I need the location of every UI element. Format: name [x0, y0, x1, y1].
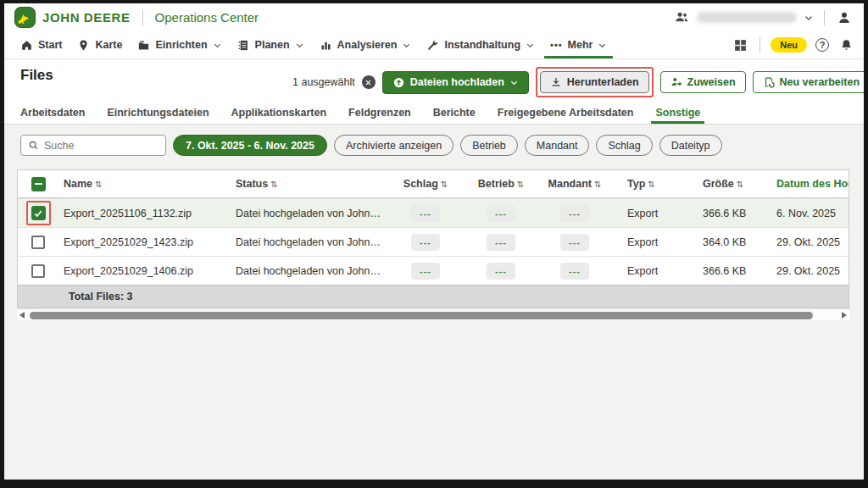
column-header-schlag[interactable]: Schlag⇅: [387, 178, 464, 190]
sort-icon: ⇅: [737, 180, 743, 189]
chevron-down-icon: [402, 41, 411, 50]
assign-button[interactable]: Zuweisen: [660, 71, 746, 93]
header-divider: [824, 10, 825, 25]
row-checkbox[interactable]: [31, 264, 45, 278]
column-header-groesse[interactable]: Größe⇅: [687, 178, 768, 190]
nav-label: Instandhaltung: [444, 39, 520, 51]
column-header-mandant[interactable]: Mandant⇅: [538, 178, 611, 190]
nav-item-mehr[interactable]: ••• Mehr: [542, 31, 615, 58]
nav-label: Einrichten: [155, 39, 207, 51]
nav-label: Planen: [255, 39, 290, 51]
help-icon[interactable]: ?: [815, 38, 829, 52]
nav-label: Analysieren: [337, 39, 398, 51]
user-profile-button[interactable]: [835, 8, 854, 27]
file-name: Export_20251029_1406.zip: [58, 265, 220, 277]
chevron-down-icon[interactable]: [804, 13, 814, 23]
select-all-checkbox[interactable]: [31, 177, 46, 191]
nav-item-start[interactable]: Start: [13, 31, 70, 58]
mandant-value: ---: [560, 234, 589, 251]
table-row[interactable]: Export_20251106_1132.zip Datei hochgelad…: [18, 198, 849, 227]
file-type: Export: [611, 265, 687, 277]
column-header-typ[interactable]: Typ⇅: [611, 178, 687, 190]
more-dots-icon: •••: [550, 40, 563, 50]
tab-freigegebene-arbeitsdaten[interactable]: Freigegebene Arbeitsdaten: [488, 102, 643, 124]
column-header-name[interactable]: Name⇅: [58, 178, 220, 190]
search-input[interactable]: [44, 140, 146, 152]
upload-files-button[interactable]: Dateien hochladen: [382, 71, 529, 94]
filter-archivierte-anzeigen[interactable]: Archivierte anzeigen: [334, 135, 453, 156]
column-header-betrieb[interactable]: Betrieb⇅: [464, 178, 538, 190]
row-checkbox[interactable]: [31, 236, 45, 249]
mandant-value: ---: [560, 263, 589, 280]
column-header-status[interactable]: Status⇅: [220, 178, 387, 190]
app-window: John Deere Operations Center: [4, 3, 864, 480]
grid-icon: [733, 38, 748, 53]
nav-label: Mehr: [568, 39, 593, 51]
betrieb-value: ---: [487, 205, 515, 222]
nav-divider: [760, 37, 760, 53]
tab-berichte[interactable]: Berichte: [424, 102, 485, 124]
search-icon: [28, 140, 39, 151]
tab-einrichtungsdateien[interactable]: Einrichtungsdateien: [97, 102, 218, 124]
check-icon: [33, 208, 43, 219]
screenshot-frame: John Deere Operations Center: [0, 0, 868, 488]
download-button[interactable]: Herunterladen: [540, 71, 649, 93]
button-label: Zuweisen: [687, 76, 736, 88]
nav-label: Karte: [95, 39, 122, 51]
header-divider: [142, 10, 143, 25]
nav-item-einrichten[interactable]: Einrichten: [130, 31, 229, 58]
apps-grid-button[interactable]: [732, 36, 749, 54]
tab-applikationskarten[interactable]: Applikationskarten: [222, 102, 337, 124]
file-type: Export: [611, 236, 687, 248]
notifications-bell-button[interactable]: [837, 36, 855, 54]
filter-schlag[interactable]: Schlag: [596, 135, 652, 156]
nav-item-planen[interactable]: Planen: [230, 31, 312, 58]
neu-badge[interactable]: Neu: [771, 37, 807, 53]
tutorial-highlight-checkbox: [26, 201, 51, 225]
scroll-right-arrow[interactable]: [842, 312, 847, 319]
date-range-filter[interactable]: 7. Okt. 2025 - 6. Nov. 2025: [173, 135, 327, 156]
clear-selection-button[interactable]: [362, 75, 376, 89]
scrollbar-thumb[interactable]: [30, 312, 813, 319]
upload-date: 6. Nov. 2025: [768, 208, 849, 219]
button-label: Dateien hochladen: [410, 76, 504, 88]
download-icon: [550, 76, 562, 88]
john-deere-logo-icon: [14, 7, 36, 28]
button-label: Herunterladen: [567, 76, 639, 88]
column-header-datum[interactable]: Datum des Hochladens: [768, 178, 849, 190]
account-name-redacted[interactable]: [697, 12, 797, 23]
table-row[interactable]: Export_20251029_1423.zip Datei hochgelad…: [18, 227, 849, 256]
plan-icon: [237, 39, 250, 52]
table-row[interactable]: Export_20251029_1406.zip Datei hochgelad…: [18, 256, 849, 285]
top-header: John Deere Operations Center: [4, 3, 864, 31]
tab-sonstige[interactable]: Sonstige: [646, 102, 709, 124]
bell-icon: [839, 38, 854, 53]
files-table: Name⇅ Status⇅ Schlag⇅ Betrieb⇅ Mandant⇅ …: [17, 169, 849, 308]
chevron-down-icon: [526, 41, 535, 50]
nav-label: Start: [38, 39, 62, 51]
bulk-actions-row: 1 ausgewählt Dateien hochladen Herunterl…: [292, 67, 864, 97]
betrieb-value: ---: [487, 234, 515, 251]
tab-feldgrenzen[interactable]: Feldgrenzen: [339, 102, 420, 124]
reprocess-button[interactable]: Neu verarbeiten: [753, 71, 864, 93]
betrieb-value: ---: [487, 263, 515, 280]
scroll-left-arrow[interactable]: [19, 312, 25, 319]
filter-dateityp[interactable]: Dateityp: [659, 135, 722, 156]
filter-betrieb[interactable]: Betrieb: [460, 135, 518, 156]
row-checkbox[interactable]: [31, 206, 46, 220]
filter-mandant[interactable]: Mandant: [525, 135, 590, 156]
organization-icon: [674, 9, 690, 25]
tab-arbeitsdaten[interactable]: Arbeitsdaten: [11, 102, 94, 124]
schlag-value: ---: [411, 234, 440, 251]
nav-item-instandhaltung[interactable]: Instandhaltung: [419, 31, 542, 58]
nav-item-karte[interactable]: Karte: [70, 31, 130, 58]
nav-item-analysieren[interactable]: Analysieren: [312, 31, 420, 58]
schlag-value: ---: [411, 205, 440, 222]
sort-icon: ⇅: [441, 180, 448, 189]
file-size: 364.0 KB: [687, 236, 768, 248]
wrench-icon: [426, 39, 439, 52]
table-footer: Total Files: 3: [18, 285, 849, 308]
chevron-down-icon: [509, 78, 519, 87]
filter-row: 7. Okt. 2025 - 6. Nov. 2025 Archivierte …: [20, 135, 864, 156]
sort-icon: ⇅: [270, 180, 277, 189]
